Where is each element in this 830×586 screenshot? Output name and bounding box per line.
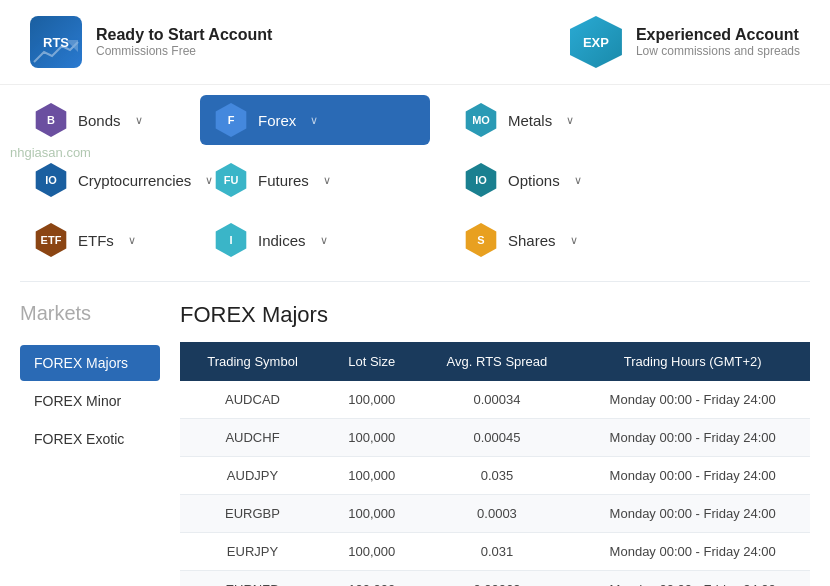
table-header-row: Trading Symbol Lot Size Avg. RTS Spread … [180,342,810,381]
options-chevron: ∨ [574,174,582,187]
crypto-label: Cryptocurrencies [78,172,191,189]
futures-label: Futures [258,172,309,189]
ready-account-subtitle: Commissions Free [96,44,272,58]
col-header-lot: Lot Size [325,342,418,381]
category-forex[interactable]: F Forex ∨ [200,95,430,145]
table-row: EURNZD100,0000.00063Monday 00:00 - Frida… [180,571,810,587]
sidebar-item-forex-majors[interactable]: FOREX Majors [20,345,160,381]
cell-hours: Monday 00:00 - Friday 24:00 [575,457,810,495]
cell-hours: Monday 00:00 - Friday 24:00 [575,419,810,457]
category-options[interactable]: IO Options ∨ [450,155,680,205]
cell-spread: 0.00063 [418,571,575,587]
cell-hours: Monday 00:00 - Friday 24:00 [575,495,810,533]
categories-section: nhgiasan.com B Bonds ∨ F Forex ∨ MO Meta… [0,85,830,281]
cell-symbol: EURGBP [180,495,325,533]
bonds-label: Bonds [78,112,121,129]
categories-grid: B Bonds ∨ F Forex ∨ MO Metals ∨ IO Crypt… [20,95,810,265]
category-metals[interactable]: MO Metals ∨ [450,95,680,145]
crypto-icon: IO [34,163,68,197]
etfs-icon: ETF [34,223,68,257]
category-bonds[interactable]: B Bonds ∨ [20,95,180,145]
indices-chevron: ∨ [320,234,328,247]
cell-hours: Monday 00:00 - Friday 24:00 [575,533,810,571]
table-row: AUDJPY100,0000.035Monday 00:00 - Friday … [180,457,810,495]
futures-chevron: ∨ [323,174,331,187]
cell-hours: Monday 00:00 - Friday 24:00 [575,381,810,419]
experienced-account-title: Experienced Account [636,26,800,44]
shares-label: Shares [508,232,556,249]
metals-icon: MO [464,103,498,137]
category-futures[interactable]: FU Futures ∨ [200,155,430,205]
forex-chevron: ∨ [310,114,318,127]
category-indices[interactable]: I Indices ∨ [200,215,430,265]
sidebar-title: Markets [20,302,160,325]
cell-spread: 0.00034 [418,381,575,419]
etfs-chevron: ∨ [128,234,136,247]
sidebar-item-forex-exotic[interactable]: FOREX Exotic [20,421,160,457]
cell-symbol: AUDCAD [180,381,325,419]
shares-chevron: ∨ [570,234,578,247]
cell-lot_size: 100,000 [325,457,418,495]
metals-label: Metals [508,112,552,129]
forex-label: Forex [258,112,296,129]
shares-icon: S [464,223,498,257]
bonds-chevron: ∨ [135,114,143,127]
cell-spread: 0.0003 [418,495,575,533]
options-label: Options [508,172,560,189]
forex-majors-table: Trading Symbol Lot Size Avg. RTS Spread … [180,342,810,586]
cell-lot_size: 100,000 [325,533,418,571]
forex-icon: F [214,103,248,137]
bonds-icon: B [34,103,68,137]
rts-icon: RTS [30,16,82,68]
experienced-account-card: EXP Experienced Account Low commissions … [570,16,800,68]
table-area: FOREX Majors Trading Symbol Lot Size Avg… [180,282,810,586]
table-row: AUDCHF100,0000.00045Monday 00:00 - Frida… [180,419,810,457]
cell-spread: 0.031 [418,533,575,571]
crypto-chevron: ∨ [205,174,213,187]
cell-symbol: AUDCHF [180,419,325,457]
cell-lot_size: 100,000 [325,381,418,419]
ready-account-card: RTS Ready to Start Account Commissions F… [30,16,272,68]
col-header-symbol: Trading Symbol [180,342,325,381]
table-row: EURJPY100,0000.031Monday 00:00 - Friday … [180,533,810,571]
main-content: Markets FOREX Majors FOREX Minor FOREX E… [0,282,830,586]
cell-symbol: AUDJPY [180,457,325,495]
cell-symbol: EURJPY [180,533,325,571]
cell-lot_size: 100,000 [325,495,418,533]
category-cryptocurrencies[interactable]: IO Cryptocurrencies ∨ [20,155,180,205]
category-etfs[interactable]: ETF ETFs ∨ [20,215,180,265]
experienced-account-subtitle: Low commissions and spreads [636,44,800,58]
futures-icon: FU [214,163,248,197]
etfs-label: ETFs [78,232,114,249]
cell-hours: Monday 00:00 - Friday 24:00 [575,571,810,587]
experienced-account-text: Experienced Account Low commissions and … [636,26,800,58]
table-row: EURGBP100,0000.0003Monday 00:00 - Friday… [180,495,810,533]
indices-label: Indices [258,232,306,249]
header-accounts: RTS Ready to Start Account Commissions F… [0,0,830,85]
cell-spread: 0.035 [418,457,575,495]
category-shares[interactable]: S Shares ∨ [450,215,680,265]
cell-lot_size: 100,000 [325,571,418,587]
cell-symbol: EURNZD [180,571,325,587]
ready-account-title: Ready to Start Account [96,26,272,44]
col-header-hours: Trading Hours (GMT+2) [575,342,810,381]
cell-lot_size: 100,000 [325,419,418,457]
table-title: FOREX Majors [180,302,810,328]
metals-chevron: ∨ [566,114,574,127]
options-icon: IO [464,163,498,197]
sidebar: Markets FOREX Majors FOREX Minor FOREX E… [20,282,160,586]
ready-account-text: Ready to Start Account Commissions Free [96,26,272,58]
cell-spread: 0.00045 [418,419,575,457]
table-row: AUDCAD100,0000.00034Monday 00:00 - Frida… [180,381,810,419]
sidebar-item-forex-minor[interactable]: FOREX Minor [20,383,160,419]
exp-icon: EXP [570,16,622,68]
indices-icon: I [214,223,248,257]
col-header-spread: Avg. RTS Spread [418,342,575,381]
